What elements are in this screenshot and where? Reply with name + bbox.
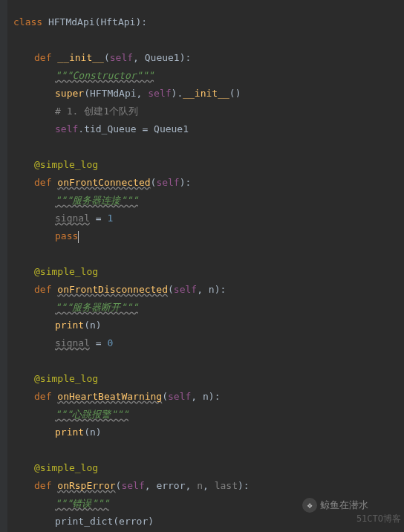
- blank-line: [13, 352, 404, 370]
- code-line: signal = 1: [13, 210, 404, 227]
- code-line: """Constructor""": [13, 67, 404, 85]
- code-line: self.tid_Queue = Queue1: [13, 120, 404, 138]
- source-watermark: 51CTO博客: [356, 510, 401, 528]
- wechat-icon: ❖: [302, 498, 317, 513]
- code-line: @simple_log: [13, 459, 404, 477]
- code-line: def onHeartBeatWarning(self, n):: [13, 388, 404, 406]
- code-line: @simple_log: [13, 370, 404, 388]
- code-line: # 1. 创建1个队列: [13, 103, 404, 120]
- blank-line: [13, 245, 404, 263]
- code-editor[interactable]: class HFTMdApi(HftApi): def __init__(sel…: [0, 0, 404, 531]
- code-line: """服务器断开""": [13, 299, 404, 317]
- code-line: pass: [13, 227, 404, 245]
- text-caret: [78, 231, 79, 243]
- blank-line: [13, 441, 404, 459]
- code-line: def onRspError(self, error, n, last):: [13, 477, 404, 495]
- code-line: def onFrontConnected(self):: [13, 174, 404, 192]
- code-line: def onFrontDisconnected(self, n):: [13, 281, 404, 299]
- blank-line: [13, 31, 404, 49]
- code-line: class HFTMdApi(HftApi):: [13, 13, 404, 31]
- code-line: def __init__(self, Queue1):: [13, 49, 404, 67]
- code-line: """服务器连接""": [13, 192, 404, 210]
- code-line: super(HFTMdApi, self).__init__(): [13, 85, 404, 103]
- code-line: signal = 0: [13, 334, 404, 352]
- code-line: print_dict(error): [13, 513, 404, 531]
- code-line: """心跳报警""": [13, 406, 404, 424]
- code-line: print(n): [13, 317, 404, 334]
- code-line: @simple_log: [13, 156, 404, 174]
- code-line: @simple_log: [13, 263, 404, 281]
- code-line: print(n): [13, 424, 404, 441]
- blank-line: [13, 138, 404, 156]
